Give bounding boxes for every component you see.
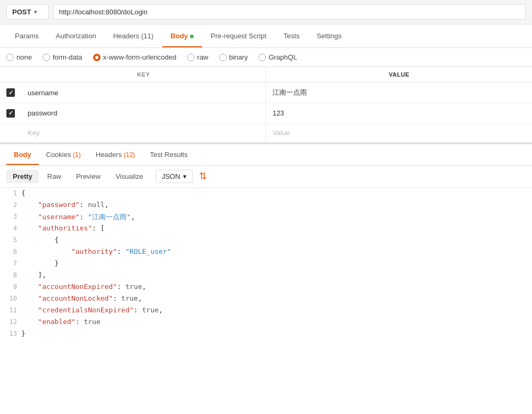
radio-raw[interactable]: raw <box>187 53 209 61</box>
col-header-check <box>0 67 21 82</box>
line-num-4: 4 <box>0 223 21 233</box>
row2-check-cell[interactable]: ✓ <box>0 103 21 123</box>
col-header-key: KEY <box>21 67 266 82</box>
radio-label-raw: raw <box>197 53 209 61</box>
response-tab-test-results[interactable]: Test Results <box>143 144 195 165</box>
response-tab-cookies[interactable]: Cookies (1) <box>39 144 88 165</box>
line-content-10: "accountNonLocked": true, <box>21 293 142 303</box>
radio-graphql[interactable]: GraphQL <box>259 53 297 61</box>
radio-none[interactable]: none <box>6 53 32 61</box>
radio-circle-raw <box>187 54 195 61</box>
code-line-11: 11 "credentialsNonExpired": true, <box>0 305 532 317</box>
line-num-9: 9 <box>0 281 21 292</box>
code-line-5: 5 { <box>0 235 532 246</box>
code-line-7: 7 } <box>0 258 532 270</box>
url-input[interactable] <box>53 4 526 20</box>
format-bar: Pretty Raw Preview Visualize JSON ▾ ⇅ <box>0 165 532 188</box>
line-num-8: 8 <box>0 270 21 280</box>
radio-circle-form-data <box>43 54 50 61</box>
row1-value[interactable]: 江南一点雨 <box>266 82 532 103</box>
radio-binary[interactable]: binary <box>219 53 248 61</box>
tab-tests[interactable]: Tests <box>275 24 308 47</box>
line-num-3: 3 <box>0 211 21 221</box>
form-table: KEY VALUE ✓ username 江南一点雨 ✓ password 12… <box>0 67 532 143</box>
row1-checkbox[interactable]: ✓ <box>6 88 15 97</box>
radio-circle-none <box>6 54 14 61</box>
line-content-4: "authorities": [ <box>21 223 105 233</box>
headers-badge: (12) <box>124 151 135 159</box>
col-header-value: VALUE <box>266 67 532 82</box>
tab-params[interactable]: Params <box>6 24 47 47</box>
line-content-7: } <box>21 258 59 268</box>
line-num-11: 11 <box>0 305 21 315</box>
row1-check-cell[interactable]: ✓ <box>0 82 21 103</box>
row2-key[interactable]: password <box>21 103 266 123</box>
line-num-2: 2 <box>0 200 21 210</box>
table-row: ✓ password 123 <box>0 103 532 123</box>
method-chevron: ▾ <box>34 9 37 15</box>
code-line-10: 10 "accountNonLocked": true, <box>0 293 532 305</box>
response-tab-body[interactable]: Body <box>6 144 39 165</box>
table-row-placeholder: Key Value <box>0 123 532 142</box>
radio-label-none: none <box>16 53 32 61</box>
cookies-badge: (1) <box>73 151 81 159</box>
line-content-13: } <box>21 328 26 338</box>
tab-authorization[interactable]: Authorization <box>47 24 105 47</box>
code-line-1: 1 { <box>0 188 532 200</box>
format-btn-preview[interactable]: Preview <box>70 170 107 183</box>
radio-label-graphql: GraphQL <box>269 53 297 61</box>
line-content-1: { <box>21 188 26 198</box>
table-row: ✓ username 江南一点雨 <box>0 82 532 103</box>
response-tab-headers[interactable]: Headers (12) <box>88 144 143 165</box>
format-btn-visualize[interactable]: Visualize <box>109 170 149 183</box>
line-content-9: "accountNonExpired": true, <box>21 281 146 292</box>
line-num-7: 7 <box>0 258 21 268</box>
radio-circle-graphql <box>259 54 266 61</box>
row2-value[interactable]: 123 <box>266 103 532 123</box>
line-content-2: "password": null, <box>21 200 109 210</box>
json-format-label: JSON <box>162 172 180 180</box>
json-format-select[interactable]: JSON ▾ <box>156 170 193 183</box>
line-num-10: 10 <box>0 293 21 303</box>
code-line-2: 2 "password": null, <box>0 200 532 211</box>
radio-label-binary: binary <box>229 53 248 61</box>
radio-label-form-data: form-data <box>53 53 82 61</box>
url-bar: POST ▾ <box>0 0 532 24</box>
row2-checkbox[interactable]: ✓ <box>6 109 15 118</box>
method-select[interactable]: POST ▾ <box>6 4 49 20</box>
body-active-dot <box>190 35 194 38</box>
tab-body[interactable]: Body <box>162 24 203 47</box>
line-content-3: "username": "江南一点雨", <box>21 211 135 223</box>
response-tabs: Body Cookies (1) Headers (12) Test Resul… <box>0 144 532 165</box>
radio-form-data[interactable]: form-data <box>43 53 82 61</box>
radio-circle-x-www <box>93 54 101 61</box>
placeholder-key[interactable]: Key <box>21 123 266 142</box>
code-line-12: 12 "enabled": true <box>0 317 532 328</box>
wrap-icon[interactable]: ⇅ <box>199 170 207 182</box>
body-type-row: none form-data x-www-form-urlencoded raw… <box>0 48 532 67</box>
format-btn-raw[interactable]: Raw <box>41 170 68 183</box>
tab-pre-request[interactable]: Pre-request Script <box>202 24 275 47</box>
tab-settings[interactable]: Settings <box>308 24 350 47</box>
radio-circle-binary <box>219 54 227 61</box>
line-content-11: "credentialsNonExpired": true, <box>21 305 163 315</box>
radio-label-x-www: x-www-form-urlencoded <box>103 53 177 61</box>
line-content-8: ], <box>21 270 46 280</box>
code-line-13: 13 } <box>0 328 532 340</box>
line-num-13: 13 <box>0 328 21 338</box>
response-section: Body Cookies (1) Headers (12) Test Resul… <box>0 143 532 340</box>
row1-key[interactable]: username <box>21 82 266 103</box>
tab-headers[interactable]: Headers (11) <box>105 24 162 47</box>
radio-x-www[interactable]: x-www-form-urlencoded <box>93 53 177 61</box>
request-tabs: Params Authorization Headers (11) Body P… <box>0 24 532 48</box>
json-code-view: 1 { 2 "password": null, 3 "username": "江… <box>0 188 532 340</box>
placeholder-value[interactable]: Value <box>266 123 532 142</box>
line-num-6: 6 <box>0 246 21 256</box>
line-num-12: 12 <box>0 317 21 327</box>
json-format-chevron: ▾ <box>183 172 187 180</box>
line-num-5: 5 <box>0 235 21 245</box>
code-line-3: 3 "username": "江南一点雨", <box>0 211 532 223</box>
line-content-5: { <box>21 235 59 245</box>
code-line-6: 6 "authority": "ROLE_user" <box>0 246 532 258</box>
format-btn-pretty[interactable]: Pretty <box>6 170 39 183</box>
